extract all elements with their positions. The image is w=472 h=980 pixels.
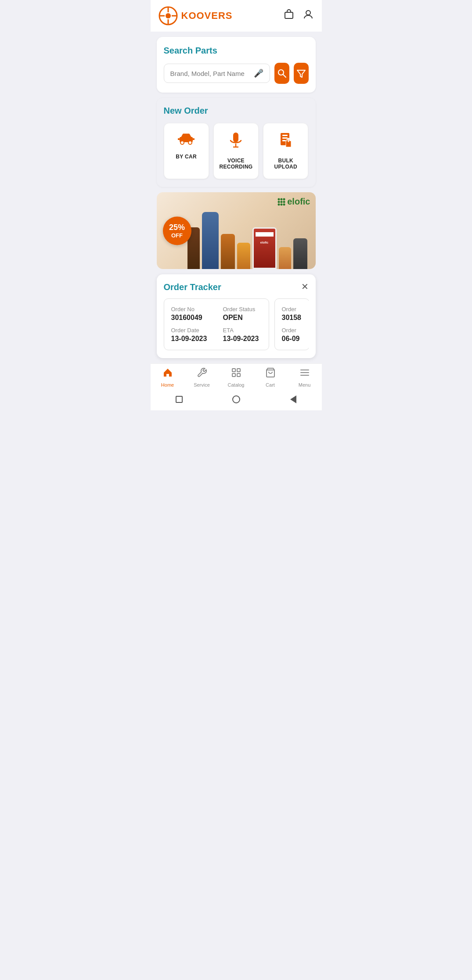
nav-menu[interactable]: Menu bbox=[288, 367, 322, 388]
partial-order-value: 30158 bbox=[282, 314, 302, 322]
filter-obj-2 bbox=[202, 212, 219, 269]
svg-point-13 bbox=[188, 141, 192, 144]
order-date-value: 13-09-2023 bbox=[171, 335, 210, 343]
svg-rect-33 bbox=[237, 369, 240, 372]
new-order-section: New Order BY CAR bbox=[157, 98, 316, 187]
banner-section[interactable]: 25% OFF elofic elofic bbox=[157, 192, 316, 269]
tracker-top-row: Order No 30160049 Order Status OPEN bbox=[171, 306, 262, 327]
profile-icon[interactable] bbox=[303, 9, 314, 23]
search-button[interactable] bbox=[274, 63, 289, 84]
svg-line-9 bbox=[283, 75, 286, 78]
svg-point-12 bbox=[180, 141, 184, 144]
svg-rect-6 bbox=[285, 12, 293, 18]
logo-icon bbox=[159, 6, 178, 25]
home-nav-icon bbox=[162, 367, 173, 381]
cart-header-icon[interactable] bbox=[283, 9, 295, 23]
filter-obj-4 bbox=[237, 243, 250, 269]
system-nav bbox=[151, 390, 322, 410]
cart-nav-icon bbox=[265, 367, 276, 381]
sys-recents-button[interactable] bbox=[288, 395, 298, 404]
order-date-label: Order Date bbox=[171, 327, 210, 334]
partial-date-value: 06-09 bbox=[282, 335, 302, 343]
order-no-col: Order No 30160049 bbox=[171, 306, 210, 327]
nav-cart[interactable]: Cart bbox=[253, 367, 288, 388]
tracker-close-button[interactable]: ✕ bbox=[301, 281, 309, 292]
service-nav-icon bbox=[197, 367, 207, 381]
search-section: Search Parts 🎤 bbox=[157, 37, 316, 93]
order-cards: BY CAR VOICE RECORDING bbox=[164, 123, 309, 179]
filter-label-strip bbox=[256, 232, 274, 237]
svg-rect-22 bbox=[282, 140, 286, 141]
svg-marker-10 bbox=[297, 70, 305, 77]
voice-recording-label: VOICE RECORDING bbox=[219, 158, 252, 170]
catalog-nav-label: Catalog bbox=[228, 382, 245, 388]
discount-label: OFF bbox=[171, 232, 183, 239]
logo[interactable]: KOOVERS bbox=[159, 6, 233, 25]
tracker-cards: Order No 30160049 Order Status OPEN Orde… bbox=[164, 298, 309, 350]
nav-home[interactable]: Home bbox=[151, 367, 185, 388]
voice-recording-card[interactable]: VOICE RECORDING bbox=[213, 123, 259, 179]
svg-rect-14 bbox=[178, 138, 180, 140]
filter-button[interactable] bbox=[294, 63, 309, 84]
svg-rect-32 bbox=[232, 369, 235, 372]
nav-catalog[interactable]: Catalog bbox=[219, 367, 253, 388]
svg-rect-34 bbox=[232, 373, 235, 377]
bulk-upload-icon bbox=[279, 132, 293, 152]
svg-point-1 bbox=[166, 13, 171, 18]
bulk-upload-label: BULK UPLOAD bbox=[267, 158, 304, 170]
catalog-nav-icon bbox=[231, 367, 241, 381]
filter-obj-3 bbox=[221, 234, 235, 269]
discount-pct: 25% bbox=[169, 223, 185, 232]
discount-badge: 25% OFF bbox=[163, 216, 191, 245]
search-input-wrapper[interactable]: 🎤 bbox=[164, 64, 270, 83]
order-eta-col: ETA 13-09-2023 bbox=[223, 327, 262, 343]
home-nav-label: Home bbox=[161, 382, 174, 388]
filter-products: elofic bbox=[187, 192, 316, 269]
svg-rect-35 bbox=[237, 373, 240, 377]
tracker-card-main[interactable]: Order No 30160049 Order Status OPEN Orde… bbox=[164, 298, 269, 350]
sys-home-button[interactable] bbox=[231, 395, 241, 404]
filter-obj-6 bbox=[279, 247, 291, 269]
voice-icon bbox=[229, 132, 243, 152]
svg-rect-16 bbox=[233, 133, 238, 142]
order-no-value: 30160049 bbox=[171, 314, 210, 322]
bottom-nav: Home Service Catalog Cart bbox=[151, 363, 322, 390]
tracker-card-partial[interactable]: Order 30158 Order 06-09 bbox=[274, 298, 309, 350]
order-eta-label: ETA bbox=[223, 327, 262, 334]
order-status-label: Order Status bbox=[223, 306, 262, 312]
search-title: Search Parts bbox=[164, 46, 309, 56]
partial-order-label: Order bbox=[282, 306, 302, 312]
sys-back-button[interactable] bbox=[174, 395, 184, 404]
order-no-label: Order No bbox=[171, 306, 210, 312]
order-status-value: OPEN bbox=[223, 314, 262, 322]
filter-obj-5: elofic bbox=[252, 227, 277, 269]
order-date-col: Order Date 13-09-2023 bbox=[171, 327, 210, 343]
mic-search-icon[interactable]: 🎤 bbox=[254, 68, 263, 78]
sys-triangle-icon bbox=[290, 395, 296, 403]
menu-nav-icon bbox=[299, 367, 310, 381]
svg-rect-15 bbox=[193, 138, 195, 140]
search-icon bbox=[277, 68, 287, 78]
sys-circle-icon bbox=[232, 395, 240, 403]
new-order-title: New Order bbox=[164, 106, 309, 116]
order-tracker-section: Order Tracker ✕ Order No 30160049 Order … bbox=[157, 274, 316, 358]
sys-square-icon bbox=[176, 396, 183, 403]
search-row: 🎤 bbox=[164, 63, 309, 84]
menu-nav-label: Menu bbox=[299, 382, 311, 388]
svg-point-7 bbox=[306, 11, 310, 15]
bulk-upload-card[interactable]: BULK UPLOAD bbox=[263, 123, 308, 179]
partial-date-label: Order bbox=[282, 327, 302, 334]
search-input[interactable] bbox=[170, 70, 254, 77]
header: KOOVERS bbox=[151, 0, 322, 32]
by-car-label: BY CAR bbox=[176, 154, 197, 160]
cart-nav-label: Cart bbox=[266, 382, 275, 388]
filter-icon bbox=[296, 68, 306, 78]
nav-service[interactable]: Service bbox=[185, 367, 219, 388]
car-icon bbox=[178, 132, 195, 148]
service-nav-label: Service bbox=[194, 382, 210, 388]
by-car-card[interactable]: BY CAR bbox=[164, 123, 209, 179]
order-status-col: Order Status OPEN bbox=[223, 306, 262, 327]
svg-rect-21 bbox=[282, 137, 288, 139]
order-eta-value: 13-09-2023 bbox=[223, 335, 262, 343]
logo-text: KOOVERS bbox=[181, 10, 233, 22]
